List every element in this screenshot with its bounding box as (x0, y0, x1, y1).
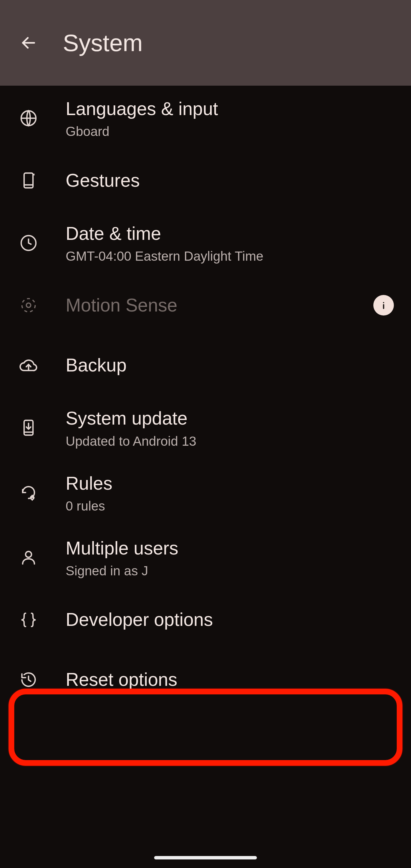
settings-item-rules[interactable]: Rules 0 rules (0, 460, 411, 525)
settings-item-backup[interactable]: Backup (0, 335, 411, 395)
rules-icon (17, 481, 40, 504)
settings-item-text: Developer options (66, 608, 394, 631)
phone-sparkle-icon (17, 169, 40, 192)
settings-item-title: Date & time (66, 222, 394, 246)
settings-item-title: Backup (66, 353, 394, 377)
settings-item-text: Reset options (66, 668, 394, 691)
page-title: System (63, 29, 143, 57)
settings-item-text: Gestures (66, 169, 394, 192)
settings-item-title: System update (66, 407, 394, 430)
settings-item-system-update[interactable]: System update Updated to Android 13 (0, 395, 411, 460)
settings-item-title: Developer options (66, 608, 394, 631)
settings-item-text: Date & time GMT-04:00 Eastern Daylight T… (66, 222, 394, 264)
globe-icon (17, 107, 40, 130)
settings-item-subtitle: Updated to Android 13 (66, 433, 394, 449)
motion-sense-icon (17, 294, 40, 317)
settings-item-subtitle: Signed in as J (66, 563, 394, 579)
settings-item-reset-options[interactable]: Reset options (0, 650, 411, 710)
settings-item-languages-input[interactable]: Languages & input Gboard (0, 86, 411, 151)
braces-icon (17, 609, 40, 631)
back-button[interactable] (17, 31, 40, 54)
settings-item-text: Multiple users Signed in as J (66, 536, 394, 579)
settings-item-subtitle: Gboard (66, 124, 394, 139)
settings-item-title: Multiple users (66, 536, 394, 560)
settings-item-text: Backup (66, 353, 394, 377)
settings-item-title: Rules (66, 472, 394, 495)
settings-item-title: Reset options (66, 668, 394, 691)
settings-item-gestures[interactable]: Gestures (0, 151, 411, 211)
phone-download-icon (17, 416, 40, 439)
svg-rect-3 (24, 173, 33, 188)
settings-item-motion-sense: Motion Sense (0, 275, 411, 335)
svg-point-6 (26, 303, 31, 308)
settings-list: Languages & input Gboard Gestures Date &… (0, 86, 411, 710)
svg-point-19 (26, 552, 32, 558)
settings-item-text: System update Updated to Android 13 (66, 407, 394, 448)
gesture-navigation-bar[interactable] (154, 856, 257, 860)
settings-item-text: Motion Sense (66, 293, 368, 317)
settings-item-text: Rules 0 rules (66, 472, 394, 514)
settings-item-text: Languages & input Gboard (66, 97, 394, 139)
settings-item-multiple-users[interactable]: Multiple users Signed in as J (0, 525, 411, 590)
svg-point-7 (22, 299, 35, 312)
settings-item-date-time[interactable]: Date & time GMT-04:00 Eastern Daylight T… (0, 211, 411, 275)
info-icon (377, 299, 390, 311)
clock-icon (17, 231, 40, 254)
settings-item-subtitle: 0 rules (66, 498, 394, 514)
history-icon (17, 669, 40, 691)
settings-item-subtitle: GMT-04:00 Eastern Daylight Time (66, 248, 394, 264)
app-bar: System (0, 0, 411, 86)
settings-item-title: Gestures (66, 169, 394, 192)
settings-item-title: Motion Sense (66, 293, 368, 317)
cloud-upload-icon (17, 354, 40, 377)
info-button[interactable] (373, 295, 394, 315)
svg-point-8 (383, 302, 384, 303)
settings-item-developer-options[interactable]: Developer options (0, 590, 411, 650)
arrow-left-icon (20, 34, 37, 52)
person-icon (17, 546, 40, 569)
settings-item-title: Languages & input (66, 97, 394, 121)
